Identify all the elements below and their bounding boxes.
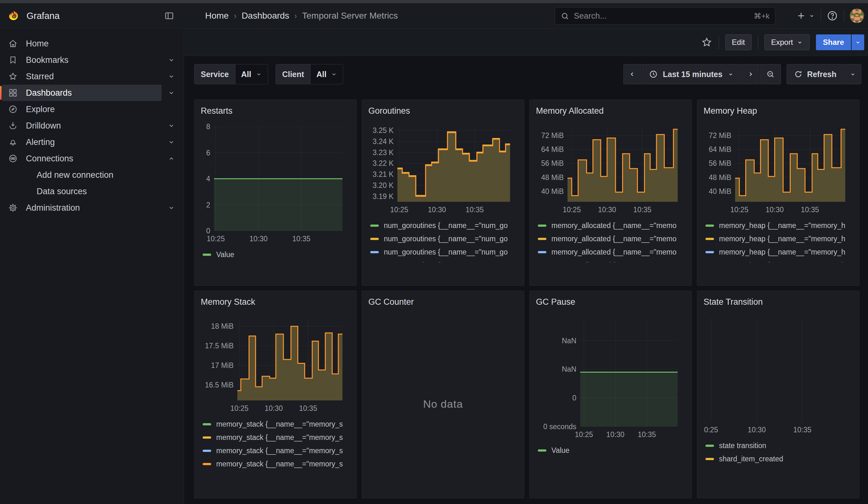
filter-label: Client xyxy=(276,64,310,84)
panel-gc-pause: GC PauseNaNNaN00 seconds10:2510:3010:35V… xyxy=(529,290,692,498)
plot-region[interactable] xyxy=(397,127,510,202)
legend-item[interactable]: memory_allocated {__name__="memo xyxy=(538,219,685,232)
sidebar-nav: HomeBookmarksStarredDashboardsExploreDri… xyxy=(0,29,184,504)
edit-button[interactable]: Edit xyxy=(725,34,752,50)
legend-item[interactable]: num_goroutines {__name__="num_go xyxy=(370,259,518,263)
legend-swatch xyxy=(203,423,211,425)
share-menu-button[interactable] xyxy=(851,34,864,50)
panel-title[interactable]: State Transition xyxy=(704,297,853,307)
chevron-down-icon xyxy=(850,71,856,78)
drilldown-icon xyxy=(8,121,18,131)
legend-item[interactable]: num_goroutines {__name__="num_go xyxy=(370,245,518,259)
x-axis-tick: 10:25 xyxy=(230,404,249,413)
chevron-down-icon[interactable] xyxy=(162,56,181,63)
bookmark-icon xyxy=(8,55,18,65)
x-axis-tick: 10:25 xyxy=(730,206,749,214)
plot-region[interactable] xyxy=(237,318,342,400)
y-axis-tick: 0 xyxy=(572,394,576,402)
legend-item[interactable]: memory_stack {__name__="memory_s xyxy=(203,431,350,444)
plot-region[interactable] xyxy=(580,318,678,426)
filter-value-dropdown[interactable]: All xyxy=(310,64,343,84)
panel-title[interactable]: Memory Stack xyxy=(201,297,350,307)
legend-item[interactable]: memory_allocated {__name__="memo xyxy=(538,232,685,245)
chevron-down-icon[interactable] xyxy=(162,122,181,129)
legend-swatch xyxy=(538,238,546,240)
panel-memory-heap: Memory Heap72 MiB64 MiB56 MiB48 MiB40 Mi… xyxy=(697,100,859,286)
home-icon xyxy=(8,39,18,48)
plot-region[interactable] xyxy=(735,127,845,202)
legend-item[interactable]: memory_allocated {__name__="memo xyxy=(538,259,685,263)
chevron-down-icon[interactable] xyxy=(162,73,181,80)
legend-swatch xyxy=(705,225,714,227)
plot-region[interactable] xyxy=(568,127,678,202)
panel-title[interactable]: Restarts xyxy=(201,106,350,116)
legend-label: memory_stack {__name__="memory_s xyxy=(216,420,343,429)
legend-label: Value xyxy=(551,446,569,455)
legend: num_goroutines {__name__="num_gonum_goro… xyxy=(368,219,518,263)
legend-item[interactable]: memory_stack {__name__="memory_s xyxy=(203,457,350,471)
legend-label: num_goroutines {__name__="num_go xyxy=(384,222,508,230)
user-avatar[interactable] xyxy=(850,9,864,23)
legend-item[interactable]: memory_allocated {__name__="memo xyxy=(538,245,685,259)
star-dashboard-button[interactable] xyxy=(701,37,712,48)
chevron-down-icon[interactable] xyxy=(162,89,181,96)
search-input[interactable] xyxy=(574,11,749,21)
time-range-forward-button[interactable] xyxy=(742,64,760,84)
panel-title[interactable]: Memory Heap xyxy=(704,106,853,116)
breadcrumb-item-dashboards[interactable]: Dashboards xyxy=(241,11,289,21)
legend-item[interactable]: state transition xyxy=(705,439,853,452)
search-box[interactable]: ⌘+k xyxy=(555,7,776,25)
plot-region[interactable] xyxy=(214,127,342,231)
x-axis-tick: 10:30 xyxy=(598,206,617,214)
legend-item[interactable]: memory_stack {__name__="memory_s xyxy=(203,418,350,431)
x-axis-tick: 10:25 xyxy=(207,235,225,243)
chevron-up-icon[interactable] xyxy=(162,155,181,162)
chevron-down-icon xyxy=(256,71,262,78)
grafana-flame-icon xyxy=(8,9,20,22)
star-icon xyxy=(701,37,712,48)
legend-item[interactable]: memory_heap {__name__="memory_h xyxy=(705,259,853,263)
legend-item[interactable]: Value xyxy=(538,444,685,457)
chart-svg xyxy=(237,318,342,400)
filter-value: All xyxy=(316,70,327,79)
legend-item[interactable]: memory_heap {__name__="memory_h xyxy=(705,245,853,259)
new-menu-button[interactable] xyxy=(796,11,815,21)
zoom-out-time-button[interactable] xyxy=(760,64,781,84)
sidebar-item-label: Home xyxy=(26,39,49,49)
legend-item[interactable]: num_goroutines {__name__="num_go xyxy=(370,232,518,245)
refresh-button[interactable]: Refresh xyxy=(787,64,844,84)
filter-value-dropdown[interactable]: All xyxy=(235,64,268,84)
export-button[interactable]: Export xyxy=(764,34,809,50)
legend-item[interactable]: memory_heap {__name__="memory_h xyxy=(705,232,853,245)
grafana-logo[interactable] xyxy=(8,10,20,22)
panel-title[interactable]: GC Counter xyxy=(368,297,518,307)
panel-title[interactable]: Goroutines xyxy=(368,106,518,116)
drilldown-icon xyxy=(8,121,18,131)
panel-title[interactable]: Memory Allocated xyxy=(536,106,685,116)
chevron-down-icon xyxy=(727,71,734,78)
y-axis-tick: 40 MiB xyxy=(541,187,564,195)
time-range-back-button[interactable] xyxy=(623,64,641,84)
share-button[interactable]: Share xyxy=(816,34,851,50)
y-axis-tick: 48 MiB xyxy=(541,173,564,182)
legend-item[interactable]: memory_stack {__name__="memory_s xyxy=(203,444,350,457)
panel-title[interactable]: GC Pause xyxy=(536,297,685,307)
legend-item[interactable]: num_goroutines {__name__="num_go xyxy=(370,219,518,232)
plot-region[interactable] xyxy=(709,318,845,422)
x-axis-tick: 10:35 xyxy=(466,206,484,214)
refresh-interval-button[interactable] xyxy=(844,64,861,84)
time-range-picker[interactable]: Last 15 minutes xyxy=(642,64,741,84)
breadcrumb-item-home[interactable]: Home xyxy=(205,11,229,21)
legend-item[interactable]: memory_heap {__name__="memory_h xyxy=(705,219,853,232)
help-button[interactable] xyxy=(827,10,838,21)
panel-gc-counter: GC CounterNo data xyxy=(362,290,524,498)
legend-item[interactable]: Value xyxy=(203,248,350,261)
chevron-down-icon[interactable] xyxy=(162,138,181,146)
share-split-button: Share xyxy=(816,34,864,50)
y-axis-tick: 17.5 MiB xyxy=(205,342,234,350)
sidebar-item-home: Home xyxy=(2,35,181,52)
chevDown-icon xyxy=(168,73,175,80)
chevron-down-icon[interactable] xyxy=(162,204,181,211)
legend-item[interactable]: shard_item_created xyxy=(705,452,853,465)
sidebar-toggle-button[interactable] xyxy=(164,10,177,21)
